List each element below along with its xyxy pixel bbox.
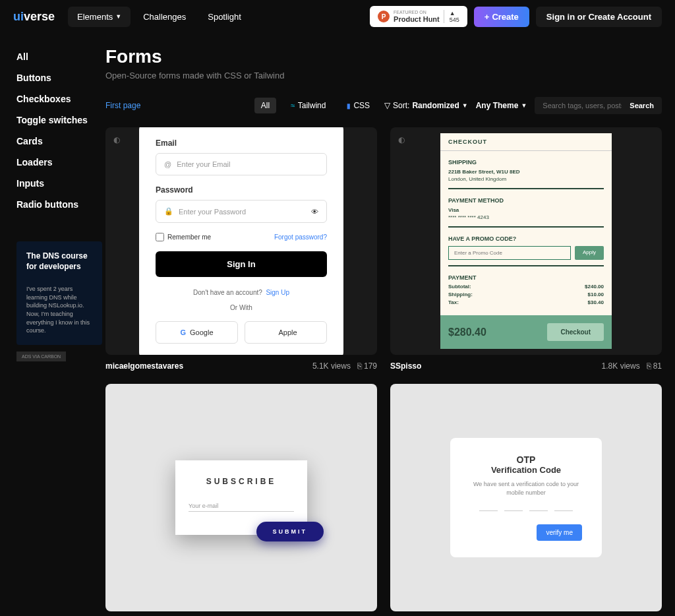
sidebar: All Buttons Checkboxes Toggle switches C… bbox=[0, 33, 105, 616]
css-badge-icon: ◐ bbox=[113, 135, 120, 144]
nav-spotlight[interactable]: Spotlight bbox=[198, 7, 250, 27]
bookmark-icon: ⎘ bbox=[357, 361, 362, 371]
product-hunt-icon: P bbox=[378, 11, 390, 22]
card-preview[interactable]: ◐ CHECKOUT SHIPPING 221B Baker Street, W… bbox=[390, 127, 662, 355]
logo-verse: verse bbox=[24, 10, 55, 23]
password-input[interactable]: 🔒 Enter your Password👁 bbox=[156, 200, 327, 223]
card-bookmarks[interactable]: ⎘ 179 bbox=[357, 361, 377, 371]
card-author[interactable]: SSpisso bbox=[390, 361, 421, 371]
bookmark-icon: ⎘ bbox=[647, 361, 651, 371]
top-header: uiverse Elements ▼ Challenges Spotlight … bbox=[0, 0, 675, 33]
search-input[interactable] bbox=[543, 102, 622, 109]
otp-inputs[interactable] bbox=[470, 510, 582, 511]
email-input[interactable]: Your e-mail bbox=[189, 503, 294, 512]
password-label: Password bbox=[156, 185, 327, 195]
email-input[interactable]: @ Enter your Email bbox=[156, 153, 327, 175]
login-form: Email @ Enter your Email Password 🔒 Ente… bbox=[139, 127, 343, 355]
remember-checkbox[interactable]: Remember me bbox=[156, 233, 211, 241]
checkout-title: CHECKOUT bbox=[440, 133, 612, 151]
signin-button[interactable]: Sign in or Create Account bbox=[536, 7, 662, 27]
card-preview[interactable]: OTP Verification Code We have sent a ver… bbox=[390, 384, 662, 611]
card-login: ◐ Email @ Enter your Email Password 🔒 En… bbox=[105, 127, 377, 371]
verify-button[interactable]: verify me bbox=[537, 524, 582, 541]
at-icon: @ bbox=[164, 160, 171, 168]
chevron-down-icon: ▼ bbox=[462, 102, 468, 109]
sidebar-item-all[interactable]: All bbox=[16, 46, 105, 67]
css-badge-icon: ◐ bbox=[398, 135, 405, 144]
sidebar-item-cards[interactable]: Cards bbox=[16, 131, 105, 152]
chevron-down-icon: ▼ bbox=[115, 13, 121, 20]
promo-input[interactable] bbox=[448, 246, 571, 260]
page-title: Forms bbox=[105, 46, 662, 67]
content: Forms Open-Source forms made with CSS or… bbox=[105, 33, 675, 616]
checkout-form: CHECKOUT SHIPPING 221B Baker Street, W1U… bbox=[440, 133, 612, 350]
create-button[interactable]: + Create bbox=[474, 7, 529, 27]
plus-icon: + bbox=[484, 12, 490, 22]
google-icon: G bbox=[180, 328, 186, 336]
sidebar-item-inputs[interactable]: Inputs bbox=[16, 173, 105, 194]
card-views: 5.1K views bbox=[312, 361, 351, 371]
filter-icon: ▽ bbox=[384, 101, 390, 110]
sidebar-item-checkboxes[interactable]: Checkboxes bbox=[16, 88, 105, 109]
card-preview[interactable]: SUBSCRIBE Your e-mail SUBMIT bbox=[105, 384, 377, 611]
google-button[interactable]: G Google bbox=[156, 321, 238, 344]
page-subtitle: Open-Source forms made with CSS or Tailw… bbox=[105, 71, 662, 80]
ad-card[interactable]: The DNS course for developers I've spent… bbox=[16, 241, 102, 345]
nav-elements[interactable]: Elements ▼ bbox=[68, 7, 131, 27]
search-box: Search bbox=[535, 97, 662, 114]
sidebar-item-toggle-switches[interactable]: Toggle switches bbox=[16, 109, 105, 131]
ad-desc: I've spent 2 years learning DNS while bu… bbox=[26, 285, 92, 335]
search-button[interactable]: Search bbox=[630, 102, 654, 109]
apply-button[interactable]: Apply bbox=[575, 246, 604, 260]
sidebar-item-buttons[interactable]: Buttons bbox=[16, 67, 105, 88]
header-right: P FEATURED ON Product Hunt ▲545 + Create… bbox=[370, 6, 662, 27]
card-views: 1.8K views bbox=[602, 361, 640, 371]
filter-tailwind[interactable]: ≈ Tailwind bbox=[284, 98, 332, 113]
cards-grid: ◐ Email @ Enter your Email Password 🔒 En… bbox=[105, 127, 662, 616]
sidebar-item-radio-buttons[interactable]: Radio buttons bbox=[16, 194, 105, 215]
ad-tag: ADS VIA CARBON bbox=[16, 352, 66, 361]
lock-icon: 🔒 bbox=[164, 207, 173, 216]
card-subscribe: SUBSCRIBE Your e-mail SUBMIT guilhermeyo… bbox=[105, 384, 377, 616]
nav: Elements ▼ Challenges Spotlight bbox=[68, 7, 250, 27]
card-bookmarks[interactable]: ⎘ 81 bbox=[647, 361, 662, 371]
chevron-down-icon: ▼ bbox=[521, 102, 527, 109]
sidebar-item-loaders[interactable]: Loaders bbox=[16, 152, 105, 173]
ad-title: The DNS course for developers bbox=[26, 251, 92, 272]
subscribe-form: SUBSCRIBE Your e-mail SUBMIT bbox=[175, 460, 307, 535]
product-hunt-badge[interactable]: P FEATURED ON Product Hunt ▲545 bbox=[370, 6, 467, 27]
logo[interactable]: uiverse bbox=[13, 10, 55, 24]
card-preview[interactable]: ◐ Email @ Enter your Email Password 🔒 En… bbox=[105, 127, 377, 355]
css-icon: ▮ bbox=[347, 102, 351, 109]
signup-link[interactable]: Sign Up bbox=[266, 289, 289, 296]
filter-all[interactable]: All bbox=[254, 98, 276, 113]
email-label: Email bbox=[156, 139, 327, 148]
card-author[interactable]: micaelgomestavares bbox=[105, 361, 183, 371]
tailwind-icon: ≈ bbox=[291, 101, 295, 110]
apple-button[interactable]: Apple bbox=[245, 321, 327, 344]
first-page-link[interactable]: First page bbox=[105, 101, 140, 110]
logo-ui: ui bbox=[13, 10, 24, 23]
eye-icon[interactable]: 👁 bbox=[311, 208, 318, 216]
filter-bar: First page All ≈ Tailwind ▮ CSS ▽ Sort: … bbox=[105, 97, 662, 114]
theme-dropdown[interactable]: Any Theme ▼ bbox=[476, 101, 527, 110]
card-otp: OTP Verification Code We have sent a ver… bbox=[390, 384, 662, 616]
checkout-button[interactable]: Checkout bbox=[547, 323, 604, 341]
filter-css[interactable]: ▮ CSS bbox=[340, 98, 376, 113]
total-amount: $280.40 bbox=[448, 326, 486, 338]
otp-form: OTP Verification Code We have sent a ver… bbox=[450, 438, 602, 557]
sort-dropdown[interactable]: ▽ Sort: Randomized ▼ bbox=[384, 101, 468, 110]
card-checkout: ◐ CHECKOUT SHIPPING 221B Baker Street, W… bbox=[390, 127, 662, 371]
submit-button[interactable]: SUBMIT bbox=[256, 522, 324, 541]
nav-challenges[interactable]: Challenges bbox=[134, 7, 195, 27]
forgot-link[interactable]: Forgot password? bbox=[274, 233, 327, 241]
signin-submit[interactable]: Sign In bbox=[156, 251, 327, 277]
